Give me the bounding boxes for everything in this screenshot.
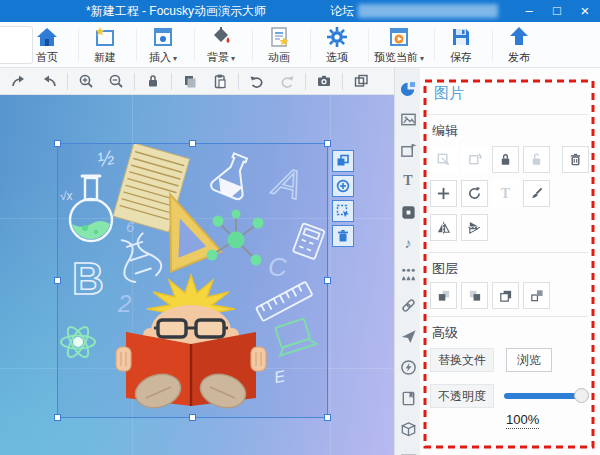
redo-icon[interactable]	[272, 69, 302, 93]
tab-image[interactable]	[398, 109, 418, 129]
zoom-in-icon[interactable]	[71, 69, 101, 93]
text-icon[interactable]: T	[492, 180, 519, 207]
divider	[428, 114, 588, 115]
tab-text[interactable]: T	[398, 171, 418, 191]
divider	[67, 73, 68, 90]
flip-horizontal-icon[interactable]	[430, 214, 457, 241]
selection-handle-w[interactable]	[54, 277, 61, 284]
tab-clipart[interactable]	[398, 140, 418, 160]
brush-icon[interactable]	[523, 180, 550, 207]
animation-doc-icon	[267, 25, 291, 49]
tab-shapes[interactable]	[398, 78, 418, 98]
send-to-back-icon[interactable]	[523, 282, 550, 309]
forward-arrow-icon[interactable]	[4, 69, 34, 93]
svg-text:A: A	[268, 158, 306, 208]
tab-formula[interactable]	[398, 388, 418, 408]
chevron-down-icon: ▾	[231, 54, 235, 63]
duplicate-icon[interactable]	[332, 150, 354, 172]
section-layer-label: 图层	[432, 260, 458, 278]
chevron-down-icon: ▾	[420, 54, 424, 63]
duplicate-window-icon[interactable]	[346, 69, 376, 93]
table-chart-icon	[400, 452, 417, 455]
selection-handle-ne[interactable]	[324, 140, 331, 147]
link-chain-icon	[400, 297, 417, 314]
forum-link[interactable]: 论坛	[330, 3, 354, 20]
toolbar-insert-button[interactable]: 插入▾	[134, 22, 192, 68]
crop-select-icon[interactable]	[332, 200, 354, 222]
tab-model3d[interactable]	[398, 419, 418, 439]
toolbar-preview-button[interactable]: 预览当前▾	[366, 22, 432, 68]
svg-text:E: E	[273, 367, 287, 386]
close-icon[interactable]: ×	[572, 0, 598, 22]
slider-track[interactable]	[504, 393, 582, 399]
paste-icon[interactable]	[205, 69, 235, 93]
trash-icon[interactable]	[332, 225, 354, 247]
science-kid-illustration: ½ √x	[58, 144, 329, 419]
tab-chart[interactable]	[398, 450, 418, 455]
lock-icon[interactable]	[492, 146, 519, 173]
tab-link[interactable]	[398, 295, 418, 315]
toolbar-animation-button[interactable]: 动画	[250, 22, 308, 68]
bring-to-front-icon[interactable]	[492, 282, 519, 309]
toolbar-label: 插入	[149, 51, 171, 63]
selection-handle-sw[interactable]	[54, 414, 61, 421]
selection-toolbar	[332, 150, 354, 247]
tab-plane[interactable]	[398, 326, 418, 346]
tab-flash[interactable]	[398, 357, 418, 377]
lock-icon[interactable]	[138, 69, 168, 93]
publish-arrow-icon	[507, 25, 531, 49]
grid-line	[330, 95, 331, 455]
selected-image[interactable]: ½ √x	[57, 143, 328, 418]
toolbar-save-button[interactable]: 保存	[432, 22, 490, 68]
unlock-icon[interactable]	[523, 146, 550, 173]
new-window-icon	[93, 25, 117, 49]
cube-3d-icon	[400, 421, 417, 438]
delete-icon[interactable]	[562, 146, 589, 173]
undo-icon[interactable]	[242, 69, 272, 93]
toolbar-new-button[interactable]: 新建	[76, 22, 134, 68]
flip-vertical-icon[interactable]	[461, 214, 488, 241]
maximize-icon[interactable]: □	[544, 0, 570, 22]
selection-handle-n[interactable]	[189, 140, 196, 147]
tab-roles[interactable]	[398, 264, 418, 284]
opacity-slider[interactable]	[504, 384, 582, 408]
back-arrow-icon[interactable]	[34, 69, 64, 93]
zoom-in-circle-icon[interactable]	[332, 175, 354, 197]
browse-button[interactable]: 浏览	[506, 348, 552, 372]
selection-handle-s[interactable]	[189, 414, 196, 421]
tab-video[interactable]	[398, 202, 418, 222]
slider-knob[interactable]	[574, 388, 589, 403]
selection-handle-e[interactable]	[324, 277, 331, 284]
selection-handle-se[interactable]	[324, 414, 331, 421]
preview-play-icon	[387, 25, 411, 49]
zoom-out-icon[interactable]	[101, 69, 131, 93]
video-icon	[400, 204, 417, 221]
shapes-pie-icon	[400, 80, 417, 97]
rotate-icon[interactable]	[461, 180, 488, 207]
text-T-icon: T	[403, 174, 412, 188]
toolbar-publish-button[interactable]: 发布	[490, 22, 548, 68]
camera-icon[interactable]	[309, 69, 339, 93]
resize-icon[interactable]	[430, 146, 457, 173]
svg-text:B: B	[72, 254, 104, 303]
paper-plane-icon	[400, 328, 417, 345]
bring-forward-icon[interactable]	[430, 282, 457, 309]
toolbar-options-button[interactable]: 选项	[308, 22, 366, 68]
toolbar-label: 预览当前	[374, 51, 418, 63]
opacity-value: 100%	[506, 412, 539, 429]
minimize-icon[interactable]: –	[516, 0, 542, 22]
opacity-label: 不透明度	[430, 384, 494, 408]
copy-icon[interactable]	[175, 69, 205, 93]
move-icon[interactable]	[430, 180, 457, 207]
send-backward-icon[interactable]	[461, 282, 488, 309]
rotate-crop-icon[interactable]	[461, 146, 488, 173]
divider	[134, 73, 135, 90]
selection-handle-nw[interactable]	[54, 140, 61, 147]
toolbar-label: 动画	[268, 50, 290, 65]
toolbar-label: 新建	[94, 50, 116, 65]
edit-row-3	[430, 214, 488, 241]
replace-file-button[interactable]: 替换文件	[430, 348, 494, 372]
editing-canvas[interactable]: ½ √x	[0, 95, 394, 455]
tab-music[interactable]: ♪	[398, 233, 418, 253]
toolbar-background-button[interactable]: 背景▾	[192, 22, 250, 68]
